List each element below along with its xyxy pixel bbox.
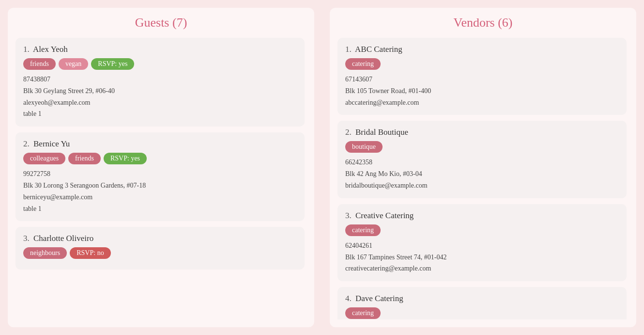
tag-catering: catering — [345, 307, 381, 319]
vendor-name: 3. Creative Catering — [345, 211, 619, 221]
tag-boutique: boutique — [345, 141, 383, 153]
guest-name: 2. Bernice Yu — [23, 139, 297, 149]
vendor-name: 4. Dave Catering — [345, 294, 619, 303]
guest-tags: friendsveganRSVP: yes — [23, 58, 297, 70]
guest-address: Blk 30 Lorong 3 Serangoon Gardens, #07-1… — [23, 180, 297, 191]
vendor-phone: 62404261 — [345, 240, 619, 252]
guest-name: 1. Alex Yeoh — [23, 45, 297, 54]
vendor-card[interactable]: 2. Bridal Boutiqueboutique66242358Blk 42… — [337, 121, 627, 198]
tag-neighbours: neighbours — [23, 247, 67, 259]
guest-info: 99272758Blk 30 Lorong 3 Serangoon Garden… — [23, 168, 297, 214]
tag-rsvp-yes: RSVP: yes — [91, 58, 134, 70]
vendor-email: abccatering@example.com — [345, 97, 619, 109]
tag-rsvp-no: RSVP: no — [70, 247, 110, 259]
vendor-info: 62404261Blk 167 Tampines Street 74, #01-… — [345, 240, 619, 274]
vendor-address: Blk 105 Towner Road, #01-400 — [345, 85, 619, 97]
guests-list[interactable]: 1. Alex YeohfriendsveganRSVP: yes8743880… — [15, 38, 307, 319]
guest-name: 3. Charlotte Oliveiro — [23, 234, 297, 243]
guest-email: alexyeoh@example.com — [23, 97, 297, 109]
tag-friends: friends — [23, 58, 56, 70]
vendor-info: 66242358Blk 42 Ang Mo Kio, #03-04bridalb… — [345, 157, 619, 191]
guest-tags: neighboursRSVP: no — [23, 247, 297, 259]
vendor-address: Blk 167 Tampines Street 74, #01-042 — [345, 252, 619, 263]
tag-colleagues: colleagues — [23, 153, 65, 164]
vendor-address: Blk 42 Ang Mo Kio, #03-04 — [345, 168, 619, 180]
vendor-tags: catering — [345, 58, 619, 70]
guest-info: 87438807Blk 30 Geylang Street 29, #06-40… — [23, 74, 297, 120]
vendor-card[interactable]: 1. ABC Cateringcatering67143607Blk 105 T… — [337, 38, 627, 115]
guest-card[interactable]: 3. Charlotte OliveironeighboursRSVP: no — [15, 227, 305, 270]
vendor-card[interactable]: 4. Dave Cateringcatering61781282Blk 260 … — [337, 287, 627, 319]
guest-phone: 87438807 — [23, 74, 297, 85]
guest-table: table 1 — [23, 108, 297, 120]
guest-address: Blk 30 Geylang Street 29, #06-40 — [23, 85, 297, 97]
vendors-panel: Vendors (6) 1. ABC Cateringcatering67143… — [330, 8, 636, 327]
vendors-title: Vendors (6) — [337, 16, 629, 30]
guest-phone: 99272758 — [23, 168, 297, 180]
guest-card[interactable]: 1. Alex YeohfriendsveganRSVP: yes8743880… — [15, 38, 305, 127]
tag-rsvp-yes: RSVP: yes — [104, 153, 147, 164]
guest-tags: colleaguesfriendsRSVP: yes — [23, 153, 297, 164]
guest-email: berniceyu@example.com — [23, 191, 297, 203]
guests-panel: Guests (7) 1. Alex YeohfriendsveganRSVP:… — [8, 8, 314, 327]
vendors-list[interactable]: 1. ABC Cateringcatering67143607Blk 105 T… — [337, 38, 629, 319]
vendor-tags: boutique — [345, 141, 619, 153]
vendor-phone: 66242358 — [345, 157, 619, 168]
tag-friends: friends — [68, 153, 101, 164]
vendor-name: 1. ABC Catering — [345, 45, 619, 54]
vendor-phone: 67143607 — [345, 74, 619, 85]
vendor-card[interactable]: 3. Creative Cateringcatering62404261Blk … — [337, 204, 627, 281]
vendor-info: 67143607Blk 105 Towner Road, #01-400abcc… — [345, 74, 619, 108]
tag-catering: catering — [345, 58, 381, 70]
vendor-tags: catering — [345, 224, 619, 236]
guests-title: Guests (7) — [15, 16, 307, 30]
vendor-tags: catering — [345, 307, 619, 319]
tag-vegan: vegan — [59, 58, 88, 70]
tag-catering: catering — [345, 224, 381, 236]
guest-card[interactable]: 2. Bernice YucolleaguesfriendsRSVP: yes9… — [15, 132, 305, 221]
guest-table: table 1 — [23, 203, 297, 215]
vendor-email: creativecatering@example.com — [345, 263, 619, 274]
vendor-name: 2. Bridal Boutique — [345, 128, 619, 137]
vendor-email: bridalboutique@example.com — [345, 180, 619, 191]
